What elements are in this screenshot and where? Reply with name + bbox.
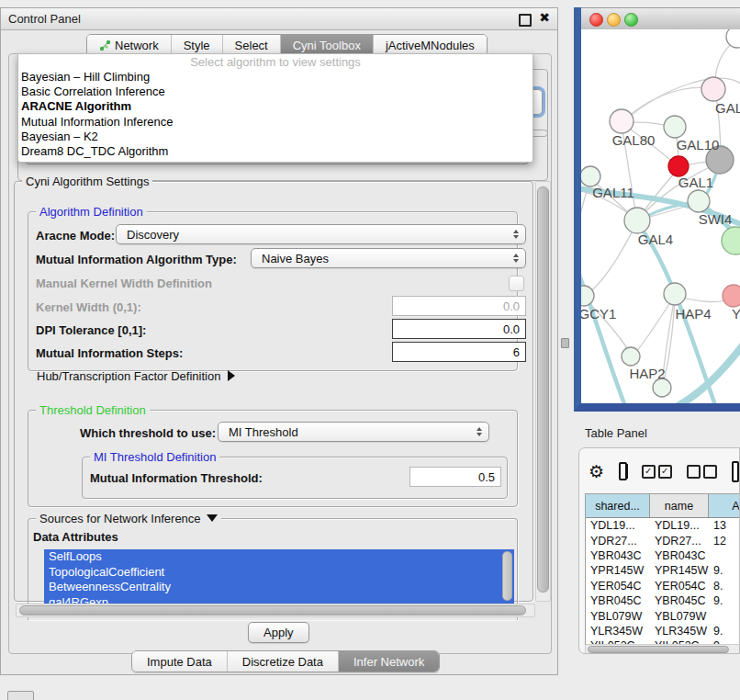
column-header-name[interactable]: name: [650, 494, 709, 517]
settings-vertical-scrollbar[interactable]: [535, 181, 551, 602]
hide-columns-icon[interactable]: [687, 465, 717, 479]
kernel-width-input[interactable]: [392, 296, 526, 316]
column-header-partial[interactable]: A: [709, 494, 740, 517]
apply-button[interactable]: Apply: [248, 622, 309, 643]
close-icon[interactable]: ✖: [539, 10, 550, 25]
aracne-mode-combobox[interactable]: Discovery: [116, 224, 526, 244]
node-label: HAP4: [675, 306, 711, 322]
tab-network[interactable]: Network: [87, 35, 172, 55]
panel-splitter-handle[interactable]: [561, 338, 569, 348]
dropdown-item[interactable]: Mutual Information Inference: [18, 115, 533, 130]
algorithm-dropdown-popup: Select algorithm to view settings Bayesi…: [17, 53, 533, 163]
collapse-down-icon: [207, 514, 218, 522]
node-hap2[interactable]: [622, 347, 640, 366]
control-panel-titlebar[interactable]: Control Panel ✖: [1, 8, 557, 30]
which-threshold-value: MI Threshold: [229, 425, 298, 439]
attribute-item[interactable]: SelfLoops: [44, 549, 514, 565]
table-row[interactable]: YBL079W YBL079W: [586, 608, 740, 623]
which-threshold-combobox[interactable]: MI Threshold: [218, 422, 489, 442]
network-graph: GAL GAL80 GAL10 GAL1 GAL11 SWI4 GAL4 GCY…: [581, 29, 740, 403]
attribute-item[interactable]: BetweennessCentrality: [44, 580, 514, 595]
bottom-tabbar: Impute Data Discretize Data Infer Networ…: [131, 650, 440, 672]
table-horizontal-scrollbar-thumb[interactable]: [588, 646, 729, 653]
table-panel-title: Table Panel: [585, 426, 647, 440]
control-panel-title: Control Panel: [8, 12, 81, 26]
column-header-shared-name[interactable]: shared...: [586, 494, 650, 517]
tab-impute-data[interactable]: Impute Data: [132, 651, 228, 672]
aracne-mode-label: Aracne Mode:: [36, 229, 115, 243]
tab-jactivemnodules[interactable]: jActiveMNodules: [374, 35, 487, 55]
bottom-left-partial-button[interactable]: [7, 691, 34, 700]
node-label: GAL80: [612, 132, 656, 148]
manual-kernel-label: Manual Kernel Width Definition: [36, 277, 212, 290]
node-gal80[interactable]: [610, 109, 633, 133]
node-gal-partial[interactable]: [701, 77, 725, 101]
table-horizontal-scrollbar[interactable]: [585, 644, 740, 654]
attribute-item[interactable]: TopologicalCoefficient: [44, 565, 514, 581]
table-header-row: shared... name A: [586, 494, 740, 518]
tab-cyni-toolbox[interactable]: Cyni Toolbox: [281, 35, 374, 55]
table-row[interactable]: YBR043C YBR043C: [586, 548, 740, 563]
node-gal10[interactable]: [664, 116, 686, 138]
dropdown-item-selected[interactable]: ARACNE Algorithm: [18, 99, 533, 114]
node-unlabeled-bottom[interactable]: [653, 378, 671, 397]
data-attributes-label: Data Attributes: [33, 530, 118, 544]
settings-horizontal-scrollbar[interactable]: [16, 604, 535, 617]
table-row[interactable]: YDR27... YDR27... 12: [586, 533, 740, 548]
tab-discretize-data[interactable]: Discretize Data: [228, 651, 339, 672]
sources-title-row[interactable]: Sources for Network Inference: [36, 512, 221, 525]
node-salmon[interactable]: [723, 285, 740, 307]
network-tab-icon: [99, 40, 111, 51]
dpi-tolerance-label: DPI Tolerance [0,1]:: [36, 323, 146, 337]
node-swi4[interactable]: [688, 190, 710, 212]
zoom-traffic-light[interactable]: [624, 13, 638, 27]
node-gcy1[interactable]: [581, 286, 594, 306]
stepper-arrows-icon: [513, 230, 519, 239]
node-table: shared... name A YDL19... YDL19... 13 YD…: [585, 493, 740, 645]
settings-horizontal-scrollbar-thumb[interactable]: [19, 605, 526, 615]
close-traffic-light[interactable]: [589, 13, 603, 27]
tab-infer-network[interactable]: Infer Network: [339, 651, 439, 672]
settings-vertical-scrollbar-thumb[interactable]: [537, 186, 549, 593]
show-columns-icon[interactable]: ✓ ✓: [642, 465, 672, 479]
node-label: HAP2: [629, 366, 665, 381]
gear-icon[interactable]: ⚙: [589, 463, 604, 480]
tab-style[interactable]: Style: [172, 35, 223, 55]
dropdown-item[interactable]: Basic Correlation Inference: [18, 85, 533, 99]
network-window-titlebar[interactable]: [581, 7, 740, 31]
manual-kernel-checkbox[interactable]: [509, 276, 524, 291]
dropdown-item[interactable]: Bayesian – Hill Climbing: [18, 70, 533, 85]
table-row[interactable]: YLR345W YLR345W 9.: [586, 624, 740, 638]
dropdown-prompt: Select algorithm to view settings: [18, 54, 533, 70]
mi-type-combobox[interactable]: Naive Bayes: [251, 248, 526, 268]
mi-steps-input[interactable]: [392, 342, 526, 362]
dropdown-item[interactable]: Dream8 DC_TDC Algorithm: [18, 144, 533, 159]
node-gal4[interactable]: [624, 208, 650, 233]
node-gal1-red[interactable]: [668, 156, 689, 176]
float-window-icon[interactable]: [519, 14, 532, 27]
document-icon[interactable]: [732, 461, 739, 482]
mi-threshold-label: Mutual Information Threshold:: [90, 471, 263, 485]
columns-icon[interactable]: [619, 462, 627, 480]
node-bright-green[interactable]: [722, 227, 740, 254]
node-label: GAL10: [677, 137, 720, 152]
table-row[interactable]: YPR145W YPR145W 9.: [586, 563, 740, 578]
threshold-definition-group: Threshold Definition Which threshold to …: [28, 410, 518, 507]
dropdown-item[interactable]: Bayesian – K2: [18, 130, 533, 144]
tab-select[interactable]: Select: [223, 35, 281, 55]
node-label: Y: [732, 306, 740, 322]
attributes-list-scrollbar[interactable]: [502, 551, 512, 601]
dpi-tolerance-input[interactable]: [392, 319, 526, 339]
table-toolbar: ⚙ ✓ ✓: [589, 456, 739, 487]
network-canvas[interactable]: GAL GAL80 GAL10 GAL1 GAL11 SWI4 GAL4 GCY…: [581, 29, 740, 403]
node-gal11[interactable]: [581, 166, 600, 186]
hub-definition-expander[interactable]: Hub/Transcription Factor Definition: [37, 369, 235, 383]
node-hap4[interactable]: [664, 283, 686, 305]
mi-threshold-input[interactable]: [409, 467, 501, 487]
table-row[interactable]: YER054C YER054C 8.: [586, 579, 740, 593]
minimize-traffic-light[interactable]: [607, 13, 621, 27]
node-unlabeled-top[interactable]: [726, 29, 740, 48]
table-row[interactable]: YBR045C YBR045C 9.: [586, 593, 740, 608]
table-row[interactable]: YDL19... YDL19... 13: [586, 518, 740, 533]
expand-right-icon: [228, 370, 235, 381]
